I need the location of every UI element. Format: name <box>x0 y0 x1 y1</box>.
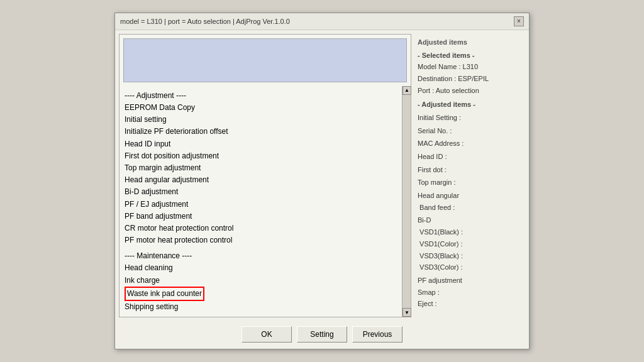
maintenance-header: ---- Maintenance ---- <box>125 250 397 262</box>
menu-item-initial-setting[interactable]: Initial setting <box>125 114 397 126</box>
field-vsd1-black: VSD1(Black) : <box>418 226 523 238</box>
list-container: ---- Adjustment ---- EEPROM Data Copy In… <box>119 86 411 317</box>
title-bar: model = L310 | port = Auto selection | A… <box>115 13 529 30</box>
destination-field: Destination : ESP/EPIL <box>418 73 523 85</box>
scroll-down-btn[interactable]: ▼ <box>402 308 411 317</box>
menu-item-first-dot[interactable]: First dot position adjustment <box>125 150 397 162</box>
menu-item-pf-motor[interactable]: PF motor heat protection control <box>125 234 397 246</box>
button-row: OK Setting Previous <box>115 321 529 349</box>
menu-item-head-angular[interactable]: Head angular adjustment <box>125 174 397 186</box>
menu-item-eeprom[interactable]: EEPROM Data Copy <box>125 102 397 114</box>
scroll-thumb <box>402 95 411 308</box>
menu-item-pf-ej[interactable]: PF / EJ adjustment <box>125 199 397 211</box>
title-bar-text: model = L310 | port = Auto selection | A… <box>120 18 290 25</box>
field-head-angular: Head angular <box>418 190 523 202</box>
preview-area <box>123 38 407 82</box>
field-vsd3-black: VSD3(Black) : <box>418 250 523 262</box>
field-eject: Eject : <box>418 298 523 310</box>
adjusted-items-label: - Adjusted items - <box>418 99 523 111</box>
model-name-field: Model Name : L310 <box>418 61 523 73</box>
field-top-margin: Top margin : <box>418 177 523 189</box>
scrollbar[interactable]: ▲ ▼ <box>402 86 411 317</box>
field-vsd3-color: VSD3(Color) : <box>418 261 523 273</box>
menu-list: ---- Adjustment ---- EEPROM Data Copy In… <box>119 86 402 317</box>
main-dialog: model = L310 | port = Auto selection | A… <box>114 13 530 349</box>
field-mac-address: MAC Address : <box>418 138 523 150</box>
scroll-up-btn[interactable]: ▲ <box>402 86 411 95</box>
menu-item-init-pf[interactable]: Initialize PF deterioration offset <box>125 126 397 138</box>
field-head-id: Head ID : <box>418 151 523 163</box>
field-vsd1-color: VSD1(Color) : <box>418 238 523 250</box>
field-band-feed: Band feed : <box>418 202 523 214</box>
close-button[interactable]: × <box>514 16 524 26</box>
menu-item-cr-motor[interactable]: CR motor heat protection control <box>125 222 397 234</box>
menu-item-head-cleaning[interactable]: Head cleaning <box>125 262 397 274</box>
field-bid: Bi-D <box>418 214 523 226</box>
dialog-body: ---- Adjustment ---- EEPROM Data Copy In… <box>115 30 529 321</box>
waste-ink-highlight: Waste ink pad counter <box>125 287 204 301</box>
menu-item-pf-band[interactable]: PF band adjustment <box>125 211 397 222</box>
field-pf-adjustment: PF adjustment <box>418 275 523 287</box>
menu-item-shipping[interactable]: Shipping setting <box>125 301 397 313</box>
adjustment-header: ---- Adjustment ---- <box>125 90 397 102</box>
ok-button[interactable]: OK <box>242 326 292 343</box>
right-panel: Adjusted items - Selected items - Model … <box>415 34 525 317</box>
field-smap: Smap : <box>418 287 523 299</box>
previous-button[interactable]: Previous <box>352 326 402 343</box>
left-panel: ---- Adjustment ---- EEPROM Data Copy In… <box>119 34 411 317</box>
setting-button[interactable]: Setting <box>297 326 347 343</box>
menu-item-head-id[interactable]: Head ID input <box>125 138 397 150</box>
field-initial-setting: Initial Setting : <box>418 112 523 124</box>
field-first-dot: First dot : <box>418 164 523 176</box>
field-serial-no: Serial No. : <box>418 125 523 137</box>
right-panel-title: Adjusted items <box>418 36 523 48</box>
menu-item-top-margin[interactable]: Top margin adjustment <box>125 162 397 174</box>
menu-item-ink-charge[interactable]: Ink charge <box>125 275 397 287</box>
menu-item-bid[interactable]: Bi-D adjustment <box>125 186 397 198</box>
port-field: Port : Auto selection <box>418 85 523 97</box>
menu-item-waste-ink[interactable]: Waste ink pad counter <box>125 287 397 301</box>
selected-items-label: - Selected items - <box>418 50 523 62</box>
